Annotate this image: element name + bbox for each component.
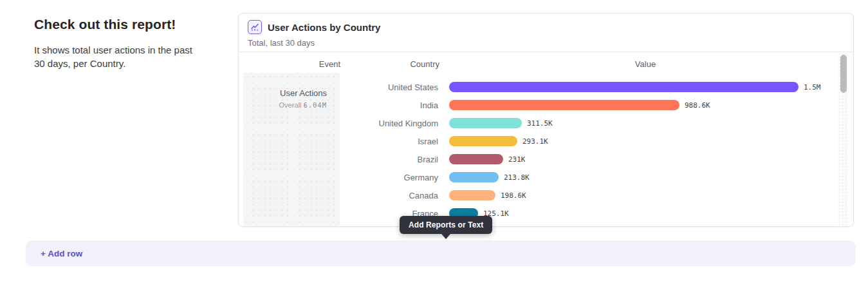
add-row-button[interactable]: + Add row xyxy=(26,240,856,266)
value-bar-united-kingdom[interactable] xyxy=(449,118,522,128)
value-bar-canada[interactable] xyxy=(449,190,495,200)
value-bar-germany[interactable] xyxy=(449,172,499,182)
country-label: Israel xyxy=(239,137,439,146)
country-label: United Kingdom xyxy=(239,119,439,128)
chart-row[interactable]: Israel293.1K xyxy=(239,132,838,150)
bar-group: 213.8K xyxy=(449,172,530,182)
text-tile-body: It shows total user actions in the past … xyxy=(34,43,195,70)
column-header-event[interactable]: Event xyxy=(239,59,340,69)
bar-value-label: 231K xyxy=(508,155,526,164)
report-title[interactable]: User Actions by Country xyxy=(268,22,380,33)
bar-chart: Event Country Value User Actions Overall… xyxy=(239,52,853,226)
bar-value-label: 198.6K xyxy=(501,191,526,200)
bar-group: 988.6K xyxy=(449,100,710,110)
value-bar-united-states[interactable] xyxy=(449,82,799,92)
text-tile-heading: Check out this report! xyxy=(34,17,195,32)
report-card[interactable]: User Actions by Country Total, last 30 d… xyxy=(238,13,854,227)
bar-group: 311.5K xyxy=(449,118,553,128)
column-header-value[interactable]: Value xyxy=(449,59,842,69)
add-reports-tooltip: Add Reports or Text xyxy=(400,216,492,234)
value-bar-brazil[interactable] xyxy=(449,154,503,164)
country-label: Brazil xyxy=(239,155,439,164)
dashboard-canvas: Check out this report! It shows total us… xyxy=(0,0,868,281)
report-card-header: User Actions by Country Total, last 30 d… xyxy=(239,14,853,52)
bar-value-label: 293.1K xyxy=(522,137,548,146)
chart-row[interactable]: France125.1K xyxy=(239,204,838,222)
insights-chart-icon xyxy=(248,20,262,34)
chart-row[interactable]: United States1.5M xyxy=(239,78,838,96)
column-header-country[interactable]: Country xyxy=(342,59,439,69)
value-bar-india[interactable] xyxy=(449,100,679,110)
tooltip-arrow-down xyxy=(441,234,450,239)
value-bar-israel[interactable] xyxy=(449,136,517,146)
text-tile: Check out this report! It shows total us… xyxy=(34,17,195,70)
chart-row[interactable]: Canada198.6K xyxy=(239,186,838,204)
bar-group: 1.5M xyxy=(449,82,821,92)
chart-row[interactable]: India988.6K xyxy=(239,96,838,114)
chart-rows: United States1.5MIndia988.6KUnited Kingd… xyxy=(239,78,838,222)
tooltip-label: Add Reports or Text xyxy=(409,220,483,229)
add-row-label: + Add row xyxy=(41,249,82,258)
bar-value-label: 311.5K xyxy=(527,119,553,128)
bar-group: 231K xyxy=(449,154,526,164)
country-label: Germany xyxy=(239,173,439,182)
country-label: Canada xyxy=(239,191,439,200)
bar-value-label: 988.6K xyxy=(685,101,710,110)
country-label: India xyxy=(239,101,439,110)
bar-value-label: 213.8K xyxy=(504,173,530,182)
bar-value-label: 1.5M xyxy=(804,83,821,92)
bar-group: 293.1K xyxy=(449,136,548,146)
chart-scrollbar[interactable] xyxy=(838,52,849,226)
bar-group: 198.6K xyxy=(449,190,526,200)
country-label: United States xyxy=(239,82,439,92)
chart-row[interactable]: Germany213.8K xyxy=(239,168,838,186)
chart-row[interactable]: Brazil231K xyxy=(239,150,838,168)
scrollbar-thumb[interactable] xyxy=(840,55,847,93)
chart-row[interactable]: United Kingdom311.5K xyxy=(239,114,838,132)
report-subtitle: Total, last 30 days xyxy=(248,38,844,48)
